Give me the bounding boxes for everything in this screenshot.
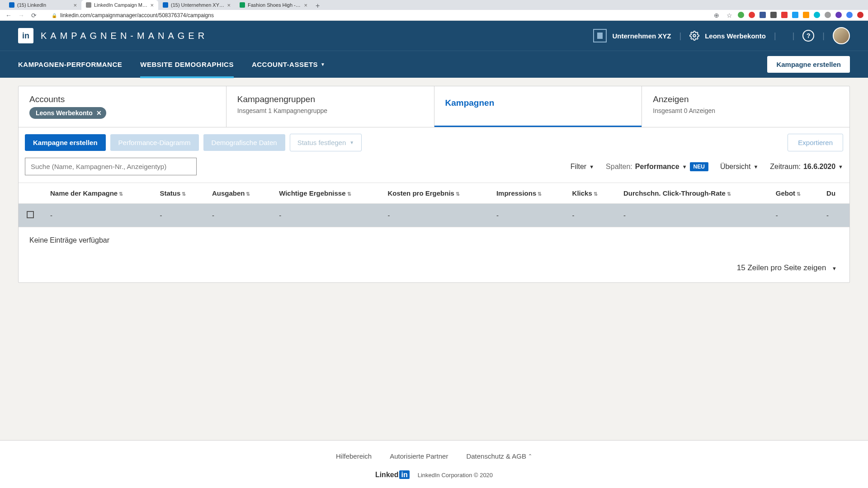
create-campaign-button[interactable]: Kampagne erstellen <box>767 56 850 73</box>
sort-icon: ⇅ <box>538 191 542 197</box>
ext-icon[interactable] <box>770 12 777 18</box>
close-icon[interactable]: × <box>73 2 77 9</box>
separator: | <box>793 31 795 41</box>
footer-link-privacy[interactable]: Datenschutz & AGB ⌃ <box>466 452 532 460</box>
forward-button[interactable]: → <box>17 12 25 19</box>
cell-checkbox[interactable] <box>19 204 42 227</box>
sort-icon: ⇅ <box>727 191 731 197</box>
timerange-dropdown[interactable]: Zeitraum: 16.6.2020 ▼ <box>770 163 843 171</box>
col-header[interactable]: Kosten pro Ergebnis⇅ <box>379 183 488 204</box>
col-header[interactable]: Durchschn. Click-Through-Rate⇅ <box>615 183 768 204</box>
user-avatar[interactable] <box>833 27 850 44</box>
level-tab-groups[interactable]: Kampagnengruppen Insgesamt 1 Kampagnengr… <box>226 86 434 127</box>
chevron-down-icon: ▼ <box>753 164 758 169</box>
close-icon[interactable]: × <box>150 2 154 9</box>
close-icon[interactable]: × <box>227 2 231 9</box>
level-tab-ads[interactable]: Anzeigen Insgesamt 0 Anzeigen <box>642 86 849 127</box>
browser-tab-2[interactable]: (15) Unternehmen XYZ: Admin × <box>158 0 235 10</box>
sort-icon: ⇅ <box>594 191 598 197</box>
address-bar-row: ← → ⟳ 🔒 linkedin.com/campaignmanager/acc… <box>0 10 868 21</box>
org-name[interactable]: Unternehmen XYZ <box>612 32 671 40</box>
footer-link-partners[interactable]: Autorisierte Partner <box>390 452 448 460</box>
ext-icon[interactable] <box>738 12 744 18</box>
filter-dropdown[interactable]: Filter ▼ <box>571 163 594 171</box>
level-tab-campaigns[interactable]: Kampagnen <box>434 86 642 127</box>
ext-icon[interactable] <box>857 12 863 18</box>
filter-label: Filter <box>571 163 587 171</box>
url-bar[interactable]: 🔒 linkedin.com/campaignmanager/account/5… <box>42 12 708 19</box>
level-tab-accounts[interactable]: Accounts Leons Werbekonto ✕ <box>19 86 226 127</box>
campaigns-table: Name der Kampagne⇅ Status⇅ Ausgaben⇅ Wic… <box>19 183 849 227</box>
linkedin-logo-icon[interactable]: in <box>18 28 33 43</box>
ext-icon[interactable] <box>749 12 755 18</box>
chevron-down-icon: ▼ <box>838 164 843 169</box>
ext-icon[interactable] <box>814 12 820 18</box>
columns-dropdown[interactable]: Spalten: Performance ▼ NEU <box>606 162 708 171</box>
chevron-down-icon: ▼ <box>682 164 687 169</box>
col-header[interactable]: Wichtige Ergebnisse⇅ <box>271 183 379 204</box>
cell: - <box>768 204 818 227</box>
browser-tab-0[interactable]: (15) LinkedIn × <box>5 0 81 10</box>
col-header[interactable]: Name der Kampagne⇅ <box>42 183 152 204</box>
checkbox-icon[interactable] <box>27 211 34 218</box>
nav-tab-assets[interactable]: ACCOUNT-ASSETS▼ <box>252 51 326 78</box>
col-label: Ausgaben <box>212 189 245 197</box>
ext-icon[interactable] <box>825 12 831 18</box>
cell: - <box>379 204 488 227</box>
close-icon[interactable]: × <box>304 2 307 9</box>
sort-icon: ⇅ <box>182 191 186 197</box>
col-label: Du <box>826 189 835 197</box>
create-campaign-button[interactable]: Kampagne erstellen <box>25 134 106 151</box>
col-label: Wichtige Ergebnisse <box>279 189 345 197</box>
filter-row: Filter ▼ Spalten: Performance ▼ NEU Über… <box>19 158 849 183</box>
col-header[interactable]: Ausgaben⇅ <box>204 183 271 204</box>
account-name[interactable]: Leons Werbekonto <box>705 32 766 40</box>
logo-text: Linked <box>375 471 399 479</box>
main-card: Accounts Leons Werbekonto ✕ Kampagnengru… <box>18 86 850 283</box>
help-icon[interactable]: ? <box>802 30 814 42</box>
footer-link-help[interactable]: Hilfebereich <box>336 452 372 460</box>
col-header[interactable]: Impressions⇅ <box>488 183 564 204</box>
ext-icon[interactable] <box>760 12 766 18</box>
set-status-button: Status festlegen ▼ <box>290 134 362 151</box>
extension-icons: ⊕ ☆ <box>712 12 863 19</box>
col-header[interactable]: Klicks⇅ <box>564 183 615 204</box>
col-header[interactable]: Du <box>818 183 849 204</box>
zoom-icon[interactable]: ⊕ <box>712 12 721 19</box>
sort-icon: ⇅ <box>797 191 801 197</box>
rows-per-page-dropdown[interactable]: 15 Zeilen pro Seite zeigen ▼ <box>19 253 849 282</box>
ext-icon[interactable] <box>835 12 842 18</box>
org-badge-icon[interactable] <box>593 29 607 42</box>
browser-tab-3[interactable]: Fashion Shoes High - Free ph... × <box>235 0 312 10</box>
back-button[interactable]: ← <box>5 12 13 19</box>
nav-tab-label: ACCOUNT-ASSETS <box>252 61 318 68</box>
nav-tab-performance[interactable]: KAMPAGNEN-PERFORMANCE <box>18 51 122 78</box>
ext-icon[interactable] <box>803 12 809 18</box>
level-title: Kampagnengruppen <box>237 94 423 104</box>
columns-value: Performance <box>635 163 679 171</box>
lock-icon: 🔒 <box>52 13 57 18</box>
ext-icon[interactable] <box>846 12 853 18</box>
nav-tab-demographics[interactable]: WEBSITE DEMOGRAPHICS <box>140 51 234 78</box>
overview-dropdown[interactable]: Übersicht ▼ <box>720 163 758 171</box>
search-input[interactable] <box>25 158 197 175</box>
close-icon[interactable]: ✕ <box>96 109 102 117</box>
browser-tab-1[interactable]: LinkedIn Campaign Manager × <box>81 0 158 10</box>
chevron-up-icon: ⌃ <box>528 453 532 459</box>
linkedin-logo: Linkedin <box>375 471 410 479</box>
cell: - <box>42 204 152 227</box>
browser-tabs: (15) LinkedIn × LinkedIn Campaign Manage… <box>0 0 868 10</box>
col-header[interactable]: Gebot⇅ <box>768 183 818 204</box>
timerange-label: Zeitraum: <box>770 163 801 171</box>
export-button[interactable]: Exportieren <box>788 134 843 151</box>
star-icon[interactable]: ☆ <box>725 12 733 19</box>
account-chip[interactable]: Leons Werbekonto ✕ <box>29 107 106 119</box>
ext-icon[interactable] <box>792 12 798 18</box>
ext-icon[interactable] <box>781 12 788 18</box>
col-header[interactable]: Status⇅ <box>152 183 204 204</box>
reload-button[interactable]: ⟳ <box>30 12 38 19</box>
gear-icon[interactable] <box>689 31 699 41</box>
new-tab-button[interactable]: + <box>312 2 323 10</box>
svg-point-0 <box>693 34 696 37</box>
demographic-data-button: Demografische Daten <box>203 134 285 151</box>
